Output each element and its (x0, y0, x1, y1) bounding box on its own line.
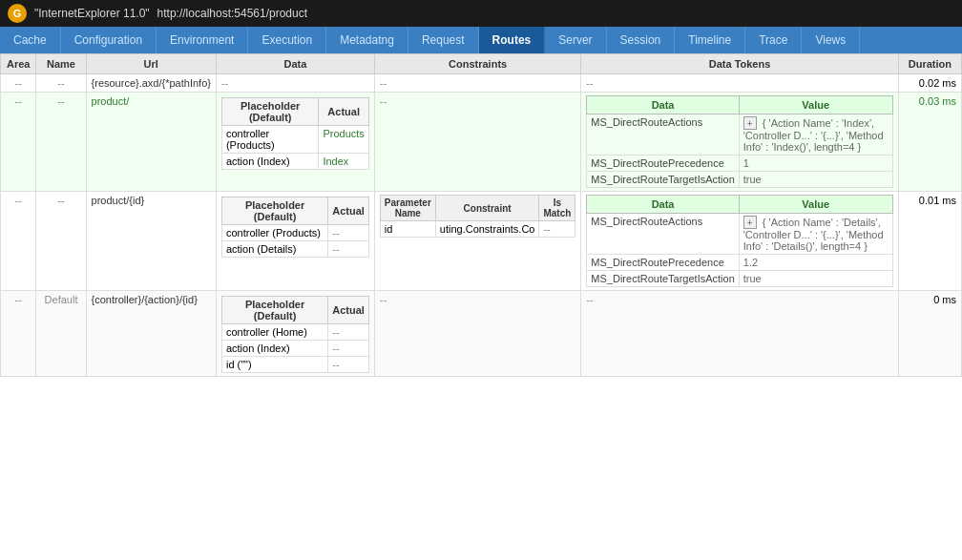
tab-trace[interactable]: Trace (745, 27, 802, 53)
param-name-cell: id (380, 221, 435, 238)
token-val-text: { 'Action Name' : 'Details', 'Controller… (743, 217, 884, 253)
tab-views[interactable]: Views (802, 27, 860, 53)
row4-tokens: -- (581, 291, 898, 377)
row2-controller-actual: Products (319, 126, 368, 154)
row2-duration: 0.03 ms (898, 93, 961, 192)
tab-execution[interactable]: Execution (248, 27, 326, 53)
app-name: "InternetExplorer 11.0" (34, 7, 150, 20)
row1-constraints: -- (374, 74, 581, 93)
row4-name: Default (36, 291, 86, 377)
row4-controller-ph: controller (Home) (221, 324, 327, 341)
is-match-cell: -- (539, 221, 575, 238)
tab-metadata[interactable]: Metadatng (326, 27, 408, 53)
token-row: MS_DirectRouteActions + { 'Action Name' … (587, 114, 892, 156)
token-key: MS_DirectRouteActions (587, 214, 739, 255)
row1-area: -- (1, 74, 36, 93)
tokens-data-header: Data (587, 96, 739, 114)
constraints-table: Parameter Name Constraint Is Match id ut… (380, 195, 576, 238)
ph-header: Placeholder (Default) (221, 297, 327, 324)
row3-action-actual: -- (328, 241, 369, 258)
token-val-text: { 'Action Name' : 'Index', 'Controller D… (743, 117, 884, 154)
row3-url: product/{id} (86, 192, 216, 291)
row2-controller-ph: controller (Products) (221, 126, 319, 154)
tab-cache[interactable]: Cache (0, 27, 61, 53)
row4-data-row3: id ("") -- (221, 357, 368, 373)
tab-session[interactable]: Session (607, 27, 676, 53)
routes-table: Area Name Url Data Constraints Data Toke… (0, 53, 962, 377)
token-val: 1 (739, 156, 892, 172)
token-row: MS_DirectRoutePrecedence 1.2 (587, 255, 892, 271)
row3-data-row2: action (Details) -- (221, 241, 368, 258)
row2-tokens-table: Data Value MS_DirectRouteActions + { 'Ac… (586, 95, 892, 188)
row4-area: -- (1, 291, 36, 377)
col-constraints: Constraints (374, 54, 581, 74)
row3-constraints: Parameter Name Constraint Is Match id ut… (374, 192, 581, 291)
act-header: Actual (328, 197, 369, 225)
act-header: Actual (319, 98, 368, 126)
constraint-row: id uting.Constraints.Co -- (380, 221, 575, 238)
row4-data-row2: action (Index) -- (221, 341, 368, 357)
row3-controller-ph: controller (Products) (221, 225, 327, 241)
row3-name: -- (36, 192, 86, 291)
token-row: MS_DirectRoutePrecedence 1 (587, 156, 892, 172)
table-row: -- -- product/ Placeholder (Default) Act… (1, 93, 962, 192)
row1-tokens: -- (581, 74, 898, 93)
token-key: MS_DirectRouteTargetIsAction (587, 172, 739, 188)
row4-action-actual: -- (328, 341, 369, 357)
is-match-header: Is Match (539, 196, 575, 221)
row4-action-ph: action (Index) (221, 341, 327, 357)
row2-constraints: -- (374, 93, 581, 192)
token-val: + { 'Action Name' : 'Index', 'Controller… (739, 114, 892, 156)
col-data: Data (216, 54, 374, 74)
table-row: -- -- product/{id} Placeholder (Default)… (1, 192, 962, 291)
row2-data-row1: controller (Products) Products (221, 126, 368, 154)
row4-duration: 0 ms (898, 291, 961, 377)
tab-server[interactable]: Server (545, 27, 606, 53)
tokens-value-header2: Value (739, 196, 892, 214)
row3-controller-actual: -- (328, 225, 369, 241)
nav-tabs: Cache Configuration Environment Executio… (0, 27, 962, 53)
tab-timeline[interactable]: Timeline (675, 27, 745, 53)
row4-url: {controller}/{action}/{id} (86, 291, 216, 377)
row3-tokens-table: Data Value MS_DirectRouteActions + { 'Ac… (586, 195, 892, 287)
row4-constraints: -- (374, 291, 581, 377)
token-key: MS_DirectRouteTargetIsAction (587, 271, 739, 287)
col-name: Name (36, 54, 86, 74)
token-val: true (739, 172, 892, 188)
row1-name: -- (36, 74, 86, 93)
main-content: Area Name Url Data Constraints Data Toke… (0, 53, 962, 560)
token-key: MS_DirectRoutePrecedence (587, 255, 739, 271)
act-header: Actual (328, 297, 369, 324)
expand-button[interactable]: + (743, 116, 757, 130)
constraint-header: Constraint (435, 196, 539, 221)
title-bar: G "InternetExplorer 11.0" http://localho… (0, 0, 962, 27)
ph-header: Placeholder (Default) (221, 98, 319, 126)
row2-tokens: Data Value MS_DirectRouteActions + { 'Ac… (581, 93, 898, 192)
token-key: MS_DirectRouteActions (587, 114, 739, 156)
tab-configuration[interactable]: Configuration (61, 27, 157, 53)
expand-button[interactable]: + (743, 216, 757, 229)
token-row: MS_DirectRouteTargetIsAction true (587, 271, 892, 287)
tab-routes[interactable]: Routes (479, 27, 546, 53)
tab-request[interactable]: Request (408, 27, 479, 53)
param-name-header: Parameter Name (380, 196, 435, 221)
row3-area: -- (1, 192, 36, 291)
row2-action-actual: Index (319, 154, 368, 170)
row4-data: Placeholder (Default) Actual controller … (216, 291, 374, 377)
row4-data-row1: controller (Home) -- (221, 324, 368, 341)
table-row: -- Default {controller}/{action}/{id} Pl… (1, 291, 962, 377)
app-url: http://localhost:54561/product (157, 7, 307, 20)
row1-data: -- (216, 74, 374, 93)
table-row: -- -- {resource}.axd/{*pathInfo} -- -- -… (1, 74, 962, 93)
col-area: Area (1, 54, 36, 74)
token-val: + { 'Action Name' : 'Details', 'Controll… (739, 214, 892, 255)
row2-action-ph: action (Index) (221, 154, 319, 170)
token-val: 1.2 (739, 255, 892, 271)
ph-header: Placeholder (Default) (221, 197, 327, 225)
row3-data: Placeholder (Default) Actual controller … (216, 192, 374, 291)
row4-id-actual: -- (328, 357, 369, 373)
row2-url: product/ (86, 93, 216, 192)
row3-tokens: Data Value MS_DirectRouteActions + { 'Ac… (581, 192, 898, 291)
row2-data: Placeholder (Default) Actual controller … (216, 93, 374, 192)
tab-environment[interactable]: Environment (157, 27, 248, 53)
